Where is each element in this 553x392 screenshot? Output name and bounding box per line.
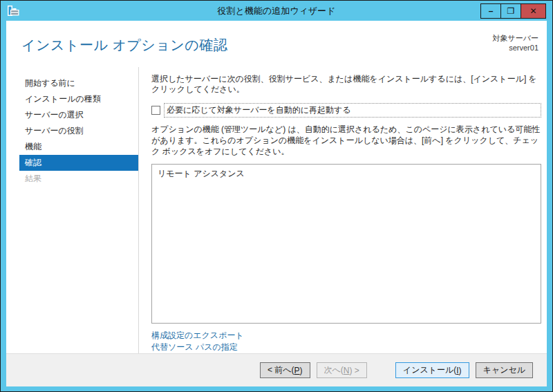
auto-restart-row: 必要に応じて対象サーバーを自動的に再起動する bbox=[151, 103, 541, 118]
target-server-name: server01 bbox=[492, 43, 538, 53]
next-accesskey: N bbox=[344, 366, 350, 375]
sidebar-item-confirmation[interactable]: 確認 bbox=[19, 155, 138, 171]
target-server-label: 対象サーバー bbox=[492, 33, 538, 43]
wizard-body: 開始する前に インストールの種類 サーバーの選択 サーバーの役割 機能 確認 結… bbox=[6, 67, 547, 353]
next-button-label: 次へ( bbox=[324, 364, 344, 376]
sidebar-item-installation-type[interactable]: インストールの種類 bbox=[19, 91, 138, 107]
optional-features-note: オプションの機能 (管理ツールなど) は、自動的に選択されるため、このページに表… bbox=[151, 124, 541, 157]
previous-button[interactable]: < 前へ(P) bbox=[260, 362, 310, 378]
sidebar-item-server-roles[interactable]: サーバーの役割 bbox=[19, 123, 138, 139]
selected-items-listbox[interactable]: リモート アシスタンス bbox=[151, 164, 541, 324]
install-button-label-suffix: ) bbox=[459, 366, 462, 375]
wizard-window: 役割と機能の追加ウィザード – ❐ ✕ インストール オプションの確認 対象サー… bbox=[0, 0, 553, 392]
cancel-button[interactable]: キャンセル bbox=[476, 362, 533, 378]
previous-accesskey: P bbox=[294, 366, 300, 375]
wizard-content: インストール オプションの確認 対象サーバー server01 開始する前に イ… bbox=[6, 21, 547, 386]
sidebar-item-before-you-begin[interactable]: 開始する前に bbox=[19, 75, 138, 91]
wizard-steps-sidebar: 開始する前に インストールの種類 サーバーの選択 サーバーの役割 機能 確認 結… bbox=[6, 67, 139, 353]
action-links: 構成設定のエクスポート 代替ソース パスの指定 bbox=[151, 330, 541, 353]
intro-text: 選択したサーバーに次の役割、役割サービス、または機能をインストールするには、[イ… bbox=[151, 74, 541, 95]
close-icon: ✕ bbox=[529, 7, 536, 15]
next-button: 次へ(N) > bbox=[317, 362, 367, 378]
install-button[interactable]: インストール(I) bbox=[395, 362, 469, 378]
next-button-label-suffix: ) > bbox=[350, 366, 359, 375]
list-item: リモート アシスタンス bbox=[158, 169, 535, 179]
confirmation-pane: 選択したサーバーに次の役割、役割サービス、または機能をインストールするには、[イ… bbox=[139, 67, 547, 353]
maximize-icon: ❐ bbox=[507, 7, 515, 15]
sidebar-item-features[interactable]: 機能 bbox=[19, 139, 138, 155]
sidebar-item-server-selection[interactable]: サーバーの選択 bbox=[19, 107, 138, 123]
page-title: インストール オプションの確認 bbox=[21, 36, 227, 55]
footer-button-bar: < 前へ(P) 次へ(N) > インストール(I) キャンセル bbox=[6, 354, 547, 386]
minimize-button[interactable]: – bbox=[480, 3, 501, 19]
window-frame: インストール オプションの確認 対象サーバー server01 開始する前に イ… bbox=[1, 21, 552, 392]
alternate-source-path-link[interactable]: 代替ソース パスの指定 bbox=[151, 342, 238, 353]
cancel-button-label: キャンセル bbox=[483, 364, 525, 376]
auto-restart-checkbox[interactable] bbox=[151, 106, 160, 115]
window-controls: – ❐ ✕ bbox=[481, 3, 546, 19]
previous-button-label: < 前へ( bbox=[268, 364, 294, 376]
minimize-icon: – bbox=[489, 7, 494, 15]
install-button-label: インストール( bbox=[403, 364, 456, 376]
window-title: 役割と機能の追加ウィザード bbox=[1, 5, 552, 17]
auto-restart-label[interactable]: 必要に応じて対象サーバーを自動的に再起動する bbox=[164, 103, 541, 118]
export-configuration-link[interactable]: 構成設定のエクスポート bbox=[151, 330, 244, 342]
page-header: インストール オプションの確認 対象サーバー server01 bbox=[6, 21, 547, 67]
maximize-button[interactable]: ❐ bbox=[500, 3, 521, 19]
title-bar: 役割と機能の追加ウィザード – ❐ ✕ bbox=[1, 1, 552, 21]
target-server-info: 対象サーバー server01 bbox=[492, 33, 538, 53]
close-button[interactable]: ✕ bbox=[521, 3, 546, 19]
sidebar-item-results: 結果 bbox=[19, 171, 138, 187]
previous-button-label-suffix: ) bbox=[300, 366, 303, 375]
